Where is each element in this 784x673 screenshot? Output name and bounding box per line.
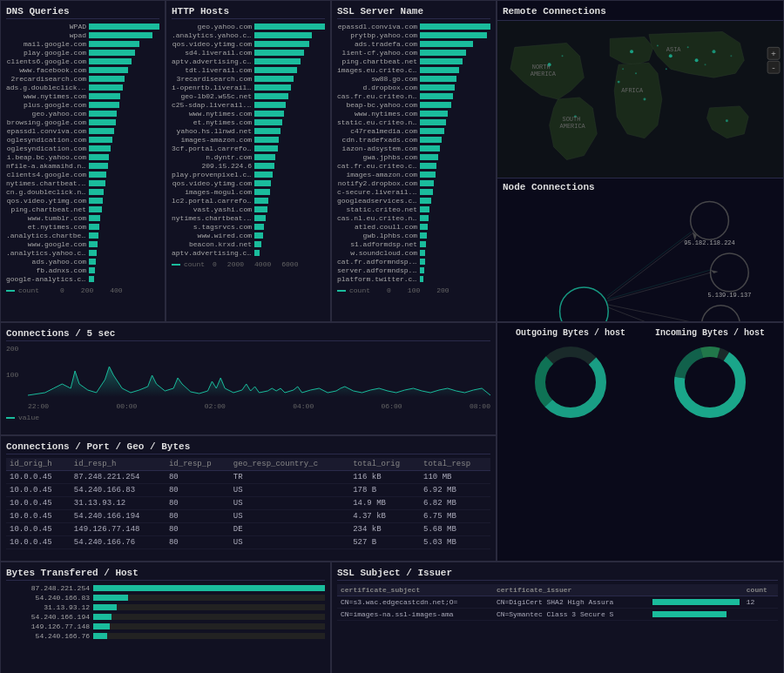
bar-fill <box>254 128 280 134</box>
bar-label: d.dropbox.com <box>337 84 420 91</box>
bar-label: i-openrtb.liverail.com <box>172 84 254 91</box>
bar-fill <box>254 172 273 178</box>
bar-row: google-analytics.com <box>6 275 159 283</box>
bar-track <box>420 189 490 195</box>
bar-track <box>89 32 159 38</box>
bar-label: images-amazon.com <box>337 171 420 178</box>
svg-point-27 <box>560 287 609 322</box>
bar-label: vast.yashi.com <box>172 205 254 213</box>
bar-track <box>254 84 325 91</box>
bar-label: atled.coull.com <box>337 223 420 231</box>
bar-label: cat.fr.adformndsp.net <box>337 258 420 266</box>
bar-row: oglesyndication.com <box>6 145 159 152</box>
bar-track <box>254 128 325 134</box>
bar-label: nytimes.chartbeat.net <box>172 214 254 222</box>
remote-connections-panel: Remote Connections <box>497 0 784 322</box>
bar-row: play.provenpixel.com <box>172 171 325 178</box>
bar-row: c-secure.liverail.com <box>337 188 490 196</box>
bar-fill <box>89 137 112 143</box>
ssl-col-issuer: certificate_issuer <box>493 584 649 596</box>
svg-text:AMERICA: AMERICA <box>560 123 586 130</box>
bar-track <box>254 241 325 247</box>
svg-point-9 <box>562 55 564 57</box>
bar-label: lc2.portal.carrefour.fr <box>172 197 254 205</box>
table-cell-total_resp: 5.68 MB <box>420 523 490 536</box>
connections-5sec-title: Connections / 5 sec <box>6 328 490 341</box>
bar-fill <box>254 180 271 186</box>
bar-row: qos.video.ytimg.com <box>172 179 325 187</box>
host-bar-row: 54.240.166.83 <box>6 594 325 602</box>
bar-label: qos.video.ytimg.com <box>6 197 89 205</box>
bar-label: gwb.lphbs.com <box>337 232 420 239</box>
bar-track <box>89 198 159 204</box>
bar-label: nfile-a.akamaihd.net <box>6 162 89 170</box>
bar-fill <box>89 50 135 56</box>
bar-label: geo-lb02.w55c.net <box>172 92 254 100</box>
bar-fill <box>89 58 132 64</box>
bar-track <box>420 93 490 99</box>
host-bar-label: 87.248.221.254 <box>6 584 93 592</box>
bar-row: beacon.krxd.net <box>172 240 325 248</box>
bar-track <box>89 259 159 265</box>
bar-fill <box>254 24 325 30</box>
world-map-svg: NORTH AMERICA SOUTH AMERICA ASIA AFRICA … <box>497 21 783 178</box>
bar-label: geo.yahoo.com <box>172 23 254 30</box>
ssl-count-cell: 12 <box>743 596 778 609</box>
ssl-server-name-title: SSL Server Name <box>337 6 490 19</box>
bar-label: www.nytimes.com <box>6 92 89 100</box>
bar-row: .analytics.chartbeat.net <box>6 232 159 239</box>
svg-point-10 <box>657 44 659 46</box>
svg-text:AFRICA: AFRICA <box>621 87 644 94</box>
bar-row: www.wired.com <box>172 232 325 239</box>
host-bar-row: 87.248.221.254 <box>6 584 325 592</box>
host-bar-track <box>93 633 325 639</box>
bar-row: nytimes.chartbeat.net <box>6 179 159 187</box>
bar-track <box>89 58 159 64</box>
col-total-resp: total_resp <box>420 458 490 471</box>
http-hosts-panel: HTTP Hosts geo.yahoo.com.analytics.yahoo… <box>166 0 331 322</box>
bar-label: play.google.com <box>6 49 89 57</box>
table-row: 10.0.0.4554.240.166.8380US178 B6.92 MB <box>6 484 490 497</box>
bar-row: yahoo.hs.llnwd.net <box>172 127 325 135</box>
bar-label: cn.g.doubleclick.net <box>6 188 89 196</box>
bar-fill <box>254 76 294 82</box>
bar-fill <box>254 154 275 160</box>
bar-label: mail.google.com <box>6 40 89 48</box>
table-cell-geo_resp_country_c: US <box>230 497 349 510</box>
bar-fill <box>89 111 117 117</box>
table-cell-id_resp_p: 80 <box>166 471 230 484</box>
table-row: 10.0.0.4531.13.93.1280US14.9 MB6.82 MB <box>6 497 490 510</box>
bar-track <box>420 111 490 117</box>
bar-label: iazon-adsystem.com <box>337 145 420 152</box>
bar-label: 3recardisearch.com <box>172 75 254 83</box>
table-cell-id_resp_h: 31.13.93.12 <box>71 497 166 510</box>
dns-axis: count 0 200 400 <box>6 286 159 294</box>
ssl-subject-tbody: CN=s3.wac.edgecastcdn.net;O=CN=DigiCert … <box>337 596 778 621</box>
bar-fill <box>420 163 436 169</box>
bar-row: mail.google.com <box>6 40 159 48</box>
bar-row: vast.yashi.com <box>172 205 325 213</box>
bar-label: www.nytimes.com <box>337 110 420 118</box>
host-bar-fill <box>93 604 117 610</box>
svg-point-4 <box>643 98 645 101</box>
bar-row: tdt.liverail.com <box>172 66 325 74</box>
bar-fill <box>420 32 487 38</box>
bar-fill <box>254 250 260 256</box>
bar-fill <box>420 232 427 239</box>
connections-port-table: id_orig_h id_resp_h id_resp_p geo_resp_c… <box>6 458 490 549</box>
bar-label: .analytics.yahoo.com <box>6 249 89 257</box>
host-bar-row: 54.240.166.76 <box>6 632 325 640</box>
table-row: 10.0.0.45149.126.77.14880DE234 kB5.68 MB <box>6 523 490 536</box>
bar-fill <box>420 189 433 195</box>
svg-text:SOUTH: SOUTH <box>563 116 581 123</box>
bar-fill <box>89 41 139 47</box>
bar-track <box>254 41 325 47</box>
bar-label: lient-cf.yahoo.com <box>337 49 420 57</box>
bar-fill <box>89 267 95 273</box>
bar-track <box>89 67 159 73</box>
bar-label: i.beap.bc.yahoo.com <box>6 153 89 161</box>
bar-track <box>89 76 159 82</box>
bar-fill <box>420 128 444 134</box>
table-header-row: id_orig_h id_resp_h id_resp_p geo_resp_c… <box>6 458 490 471</box>
bar-fill <box>420 50 466 56</box>
